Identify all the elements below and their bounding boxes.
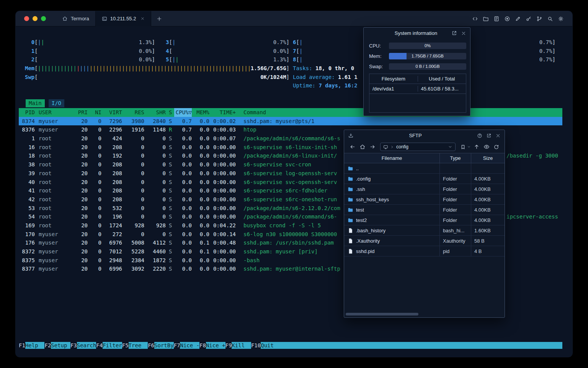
cell-command: sshd.pam: myuser@pts/1 bbox=[243, 117, 562, 126]
cell-cpu: 0.0 bbox=[174, 160, 192, 169]
column-header-time[interactable]: TIME+ bbox=[209, 108, 236, 117]
search-icon[interactable] bbox=[547, 16, 553, 22]
record-icon[interactable] bbox=[504, 16, 510, 22]
file-size: 4.00KB bbox=[471, 215, 505, 225]
cell-s: S bbox=[169, 160, 174, 169]
fn-button-search[interactable]: F3Search bbox=[70, 342, 96, 349]
refresh-button[interactable] bbox=[492, 144, 501, 150]
filesystem-row[interactable]: /dev/vda1 45.61GB / 58.3... bbox=[369, 84, 466, 94]
sftp-column-size[interactable]: Size bbox=[471, 153, 505, 163]
close-window-button[interactable] bbox=[24, 16, 29, 21]
file-row-sshd-pid[interactable]: sshd.pidpid4 B bbox=[344, 246, 505, 256]
folder-icon bbox=[348, 217, 353, 223]
folder-icon[interactable] bbox=[483, 16, 489, 22]
cell-s: S bbox=[169, 151, 174, 160]
swap-meter-label: Swp bbox=[25, 73, 34, 82]
process-row-8374[interactable]: 8374myuser200729639802840S0.70.00:00.02s… bbox=[19, 117, 562, 126]
cell-pri: 20 bbox=[77, 160, 88, 169]
settings-icon[interactable] bbox=[558, 16, 564, 22]
fn-button-kill[interactable]: F9Kill bbox=[225, 342, 251, 349]
horizontal-scrollbar[interactable] bbox=[346, 313, 418, 315]
column-header-virt[interactable]: VIRT bbox=[101, 108, 122, 117]
git-branch-icon[interactable] bbox=[536, 16, 542, 22]
tab-session[interactable]: 10.211.55.2 bbox=[95, 11, 152, 26]
path-breadcrumb[interactable]: config bbox=[380, 143, 456, 151]
show-hidden-files-button[interactable] bbox=[482, 144, 492, 150]
file-row-test[interactable]: testFolder4.00KB bbox=[344, 205, 505, 215]
column-header-user[interactable]: USER bbox=[39, 108, 77, 117]
cell-mem: 0.1 bbox=[192, 238, 209, 247]
cell-mem: 0.0 bbox=[192, 221, 209, 230]
cell-mem: 0.0 bbox=[192, 134, 209, 143]
column-header-cpu[interactable]: CPU%▽ bbox=[174, 108, 192, 117]
fn-button-setup[interactable]: F2Setup bbox=[44, 342, 70, 349]
close-tab-icon[interactable] bbox=[140, 16, 145, 21]
edit-icon[interactable] bbox=[515, 16, 521, 22]
fn-button-tree[interactable]: F5Tree bbox=[122, 342, 148, 349]
column-header-res[interactable]: RES bbox=[122, 108, 144, 117]
htop-summary: Tasks: 18, 0 thr, 0Load average: 1.61 1U… bbox=[293, 64, 358, 90]
fn-button-sortby[interactable]: F6SortBy bbox=[148, 342, 173, 349]
close-panel-icon[interactable] bbox=[495, 133, 501, 138]
tab-home[interactable]: Termora bbox=[56, 11, 95, 26]
transfers-icon[interactable] bbox=[348, 133, 354, 138]
cell-pid: 176 bbox=[19, 238, 35, 247]
column-header-s[interactable]: S bbox=[169, 108, 174, 117]
fn-button-filter[interactable]: F4Filter bbox=[96, 342, 122, 349]
log-icon[interactable] bbox=[493, 16, 500, 22]
file-row-test2[interactable]: test2Folder4.00KB bbox=[344, 215, 505, 225]
column-header-mem[interactable]: MEM% bbox=[192, 108, 209, 117]
key-icon[interactable] bbox=[526, 16, 532, 22]
column-header-shr[interactable]: SHR bbox=[144, 108, 166, 117]
fn-button-quit[interactable]: F10Quit bbox=[251, 342, 280, 349]
cpu-meter-label: 4 bbox=[166, 47, 169, 56]
minimize-window-button[interactable] bbox=[33, 16, 38, 21]
home-directory-button[interactable] bbox=[358, 144, 368, 150]
code-icon[interactable] bbox=[472, 16, 478, 22]
cell-shr: 0 bbox=[144, 134, 166, 143]
new-tab-button[interactable] bbox=[156, 16, 162, 22]
cell-time: 0:00.00 bbox=[209, 195, 236, 204]
cell-time: 0:00.00 bbox=[209, 212, 236, 221]
cell-user: root bbox=[39, 212, 77, 221]
column-header-ni[interactable]: NI bbox=[88, 108, 101, 117]
column-header-pid[interactable]: PID bbox=[19, 108, 35, 117]
file-row-ssh[interactable]: .sshFolder4.00KB bbox=[344, 184, 505, 194]
mem-usage-row: Mem: 1.75GB / 7.65GB bbox=[369, 51, 466, 61]
forward-button[interactable] bbox=[368, 144, 377, 150]
folder-icon bbox=[348, 197, 353, 202]
fn-button-help[interactable]: F1Help bbox=[19, 342, 44, 349]
cell-pid: 169 bbox=[19, 221, 35, 230]
swap-usage-value: 0 B / 1.00GB bbox=[389, 63, 466, 70]
bookmark-dropdown-icon[interactable] bbox=[466, 145, 472, 149]
back-button[interactable] bbox=[348, 144, 358, 150]
htop-tab-main[interactable]: Main bbox=[26, 99, 45, 107]
open-in-new-window-icon[interactable] bbox=[451, 30, 457, 36]
htop-tab-i-o[interactable]: I/O bbox=[49, 99, 64, 107]
help-icon[interactable] bbox=[477, 133, 482, 138]
file-row-[interactable]: .. bbox=[344, 163, 505, 174]
mem-usage-label: Mem: bbox=[369, 53, 386, 59]
close-panel-icon[interactable] bbox=[461, 31, 466, 36]
sftp-column-filename[interactable]: Filename bbox=[344, 153, 440, 163]
file-row-bash-history[interactable]: .bash_historybash_hi...1.60KB bbox=[344, 225, 505, 236]
fn-button-nice-[interactable]: F8Nice + bbox=[199, 342, 225, 349]
cell-pid: 38 bbox=[19, 160, 35, 169]
cell-virt: 196 bbox=[101, 212, 122, 221]
sftp-column-type[interactable]: Type bbox=[440, 153, 471, 163]
up-directory-button[interactable] bbox=[472, 144, 482, 150]
file-row-ssh-host-keys[interactable]: ssh_host_keysFolder4.00KB bbox=[344, 194, 505, 205]
file-icon bbox=[348, 228, 353, 233]
column-header-pri[interactable]: PRI bbox=[77, 108, 88, 117]
cell-res: 0 bbox=[122, 195, 144, 204]
cell-shr: 4460 bbox=[144, 247, 166, 256]
chevron-down-icon[interactable] bbox=[448, 145, 452, 149]
cell-shr: 2220 bbox=[144, 264, 166, 273]
file-row-Xauthority[interactable]: .XauthorityXauthority58 B bbox=[344, 236, 505, 246]
fn-button-nice-[interactable]: F7Nice - bbox=[174, 342, 199, 349]
zoom-window-button[interactable] bbox=[41, 16, 46, 21]
open-in-new-window-icon[interactable] bbox=[486, 133, 492, 138]
file-row-config[interactable]: .configFolder4.00KB bbox=[344, 174, 505, 184]
cpu-meter-value: 0.7% bbox=[539, 38, 552, 47]
fn-key: F8 bbox=[199, 342, 206, 349]
